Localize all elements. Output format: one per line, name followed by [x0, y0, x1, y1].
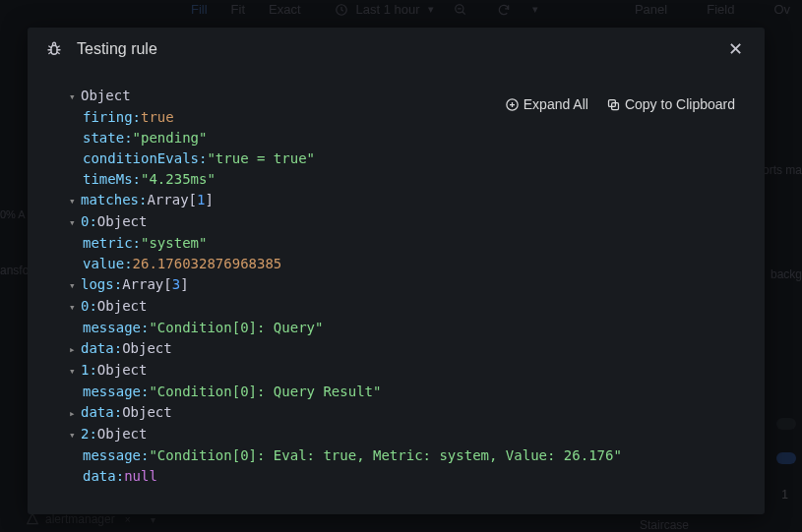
tree-logs-2[interactable]: ▾2: Object: [83, 424, 735, 445]
tree-logs-0-message: message: "Condition[0]: Query": [83, 318, 735, 338]
tree-logs-1-data[interactable]: ▸data: Object: [83, 402, 735, 424]
copy-clipboard-button[interactable]: Copy to Clipboard: [606, 96, 735, 112]
testing-rule-modal: Testing rule ✕ Expand All Copy to Clipbo…: [28, 28, 765, 514]
tree-matches-0-metric: metric: "system": [83, 233, 735, 254]
expand-all-label: Expand All: [524, 96, 588, 112]
tree-timems: timeMs: "4.235ms": [83, 169, 735, 190]
tree-logs-1[interactable]: ▾1: Object: [83, 360, 735, 382]
tree-logs-2-data: data: null: [83, 466, 735, 487]
copy-icon: [606, 97, 621, 112]
tree-matches-0-value: value: 26.176032876968385: [83, 254, 735, 274]
modal-header: Testing rule ✕: [28, 28, 765, 72]
tree-logs-0-data[interactable]: ▸data: Object: [83, 338, 735, 360]
modal-title: Testing rule: [77, 40, 157, 58]
tree-logs-1-message: message: "Condition[0]: Query Result": [83, 382, 735, 402]
bug-icon: [45, 40, 63, 58]
plus-circle-icon: [505, 97, 520, 112]
tree-logs-0[interactable]: ▾0: Object: [83, 296, 735, 318]
close-button[interactable]: ✕: [724, 38, 747, 60]
expand-all-button[interactable]: Expand All: [505, 96, 588, 112]
tree-matches[interactable]: ▾matches: Array[1]: [83, 190, 735, 211]
tree-logs[interactable]: ▾logs: Array[3]: [83, 274, 735, 296]
tree-state: state: "pending": [83, 128, 735, 148]
svg-rect-2: [51, 45, 57, 54]
tree-matches-0[interactable]: ▾0: Object: [83, 211, 735, 233]
tree-logs-2-message: message: "Condition[0]: Eval: true, Metr…: [83, 445, 735, 466]
copy-clipboard-label: Copy to Clipboard: [625, 96, 735, 112]
tree-conditionevals: conditionEvals: "true = true": [83, 148, 735, 169]
json-tree: ▾Object firing: true state: "pending" co…: [28, 72, 765, 514]
